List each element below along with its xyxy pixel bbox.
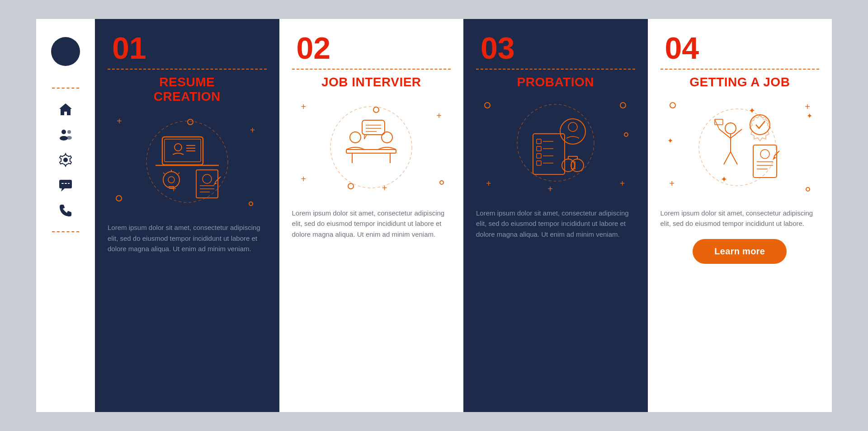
card-3-title: PROBATION: [517, 75, 594, 89]
svg-point-18: [163, 172, 179, 188]
card-1-number: 01: [112, 33, 146, 63]
card-1-body: Lorem ipsum dolor sit amet, consectetur …: [108, 222, 267, 254]
home-icon[interactable]: [57, 100, 75, 118]
svg-point-4: [63, 158, 68, 162]
svg-point-36: [350, 132, 361, 143]
svg-line-22: [163, 173, 165, 174]
settings-icon[interactable]: [57, 151, 75, 169]
svg-rect-49: [537, 154, 541, 158]
svg-point-37: [382, 132, 392, 143]
sidebar-logo: [51, 37, 80, 66]
svg-point-72: [760, 150, 769, 159]
sidebar-divider-top: [52, 88, 79, 89]
card-2-number: 02: [297, 33, 331, 63]
main-container: 01 RESUMECREATION + + +: [36, 19, 832, 412]
phone-icon[interactable]: [57, 201, 75, 220]
svg-rect-33: [346, 150, 396, 153]
svg-rect-51: [537, 161, 541, 165]
svg-rect-11: [162, 137, 203, 165]
card-resume-creation: 01 RESUMECREATION + + +: [95, 19, 279, 412]
svg-point-24: [168, 177, 175, 183]
users-icon[interactable]: [57, 126, 75, 144]
card-getting-job: 04 GETTING A JOB + + ✦ ✦ ✦ ✦: [648, 19, 832, 412]
svg-point-3: [66, 136, 72, 140]
svg-marker-31: [213, 182, 217, 185]
svg-rect-5: [59, 180, 72, 188]
svg-point-2: [67, 130, 71, 134]
svg-rect-8: [65, 183, 67, 184]
svg-point-62: [725, 123, 736, 134]
svg-point-0: [61, 130, 66, 134]
svg-point-56: [571, 159, 584, 172]
svg-line-66: [724, 152, 731, 164]
card-2-body: Lorem ipsum dolor sit amet, consectetur …: [292, 208, 451, 239]
card-3-number: 03: [481, 33, 515, 63]
card-probation: 03 PROBATION + + +: [463, 19, 648, 412]
chat-icon[interactable]: [57, 176, 75, 194]
card-3-body: Lorem ipsum dolor sit amet, consectetur …: [476, 208, 635, 239]
svg-point-61: [699, 109, 776, 186]
card-4-title: GETTING A JOB: [689, 75, 790, 89]
sidebar-divider-bottom: [52, 231, 79, 232]
svg-rect-47: [537, 146, 541, 151]
svg-marker-6: [61, 188, 65, 192]
card-4-body: Lorem ipsum dolor sit amet, consectetur …: [660, 208, 820, 229]
cards-container: 01 RESUMECREATION + + +: [95, 19, 832, 412]
card-job-interview: 02 JOB INTERVIER + + + +: [279, 19, 464, 412]
card-1-title: RESUMECREATION: [154, 75, 221, 104]
svg-line-68: [715, 119, 719, 129]
card-1-divider: [108, 69, 267, 70]
card-2-title: JOB INTERVIER: [321, 75, 421, 89]
card-4-number: 04: [665, 33, 699, 63]
card-4-illustration: + + ✦ ✦ ✦ ✦: [660, 98, 820, 197]
svg-rect-45: [537, 139, 541, 144]
svg-marker-39: [364, 135, 367, 139]
card-1-illustration: + + +: [108, 112, 267, 211]
svg-line-67: [731, 152, 737, 164]
svg-rect-9: [68, 183, 70, 184]
card-2-divider: [292, 69, 451, 70]
card-4-divider: [660, 69, 820, 70]
svg-rect-44: [533, 134, 565, 174]
svg-point-70: [750, 115, 770, 135]
svg-point-54: [568, 122, 577, 131]
card-2-illustration: + + + +: [292, 98, 451, 197]
svg-marker-77: [773, 156, 776, 160]
svg-point-13: [175, 144, 182, 151]
sidebar: [36, 19, 95, 412]
svg-rect-38: [362, 120, 385, 135]
svg-line-23: [178, 173, 179, 174]
svg-point-32: [330, 107, 412, 188]
svg-rect-71: [753, 145, 777, 178]
card-3-illustration: + + +: [476, 98, 635, 197]
card-3-divider: [476, 69, 635, 70]
learn-more-button[interactable]: Learn more: [693, 239, 787, 264]
svg-point-26: [203, 174, 212, 183]
svg-rect-7: [61, 183, 64, 184]
